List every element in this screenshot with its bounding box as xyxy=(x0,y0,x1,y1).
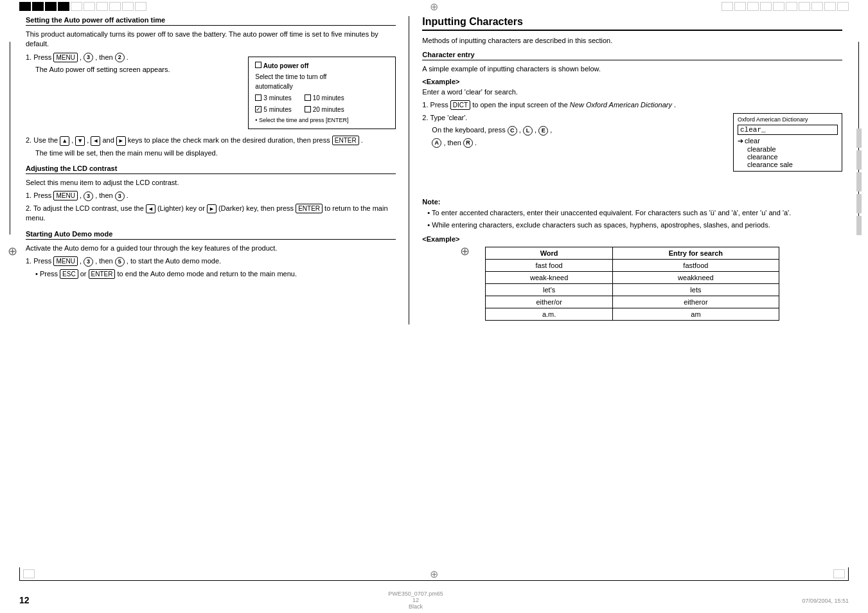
char-step1-italic: New Oxford American Dictionary xyxy=(570,101,672,109)
step1-text-press: Press xyxy=(33,53,53,61)
cell-entry-2: weakkneed xyxy=(612,272,779,284)
char-step1-period: . xyxy=(674,101,676,109)
bar-block-3 xyxy=(45,2,57,11)
step1-then: , then xyxy=(95,53,115,61)
right-column: Inputting Characters Methods of inputtin… xyxy=(409,16,842,324)
lcd-step2-left: ◄ xyxy=(146,204,155,214)
side-tab-4 xyxy=(856,194,862,213)
step2-text1: Use the xyxy=(33,136,60,144)
lcd-step2-text1: To adjust the LCD contrast, use the xyxy=(33,204,146,212)
step1-area: Auto power off Select the time to turn o… xyxy=(26,53,396,134)
page-number: 12 xyxy=(19,595,30,605)
bar-block-r2 xyxy=(734,2,746,11)
auto-demo-step1-key5: 5 xyxy=(115,257,125,267)
side-tabs xyxy=(856,129,862,235)
lcd-step1-period: . xyxy=(127,191,128,199)
cell-entry-3: lets xyxy=(612,284,779,296)
step-2: 2. Use the ▲ , ▼ , ◄ and ► keys to place… xyxy=(26,136,396,145)
key-e: E xyxy=(538,126,548,136)
lcd-contrast-title: Adjusting the LCD contrast xyxy=(26,164,396,174)
apo-title-text: Auto power off xyxy=(263,62,309,69)
bottom-bar-right xyxy=(833,567,849,580)
step2-key-down: ▼ xyxy=(75,136,85,146)
note-title: Note: xyxy=(422,198,842,206)
auto-power-off-section: Setting the Auto power off activation ti… xyxy=(26,16,396,158)
top-bar-right xyxy=(722,0,849,13)
bullet-symbol: • Press xyxy=(35,270,60,278)
example2-label: <Example> xyxy=(422,235,842,243)
example-table: Word Entry for search fast food fastfood xyxy=(485,247,779,321)
cell-entry-1: fastfood xyxy=(612,260,779,272)
final-period: . xyxy=(475,139,477,147)
auto-demo-title: Starting Auto Demo mode xyxy=(26,230,396,240)
bbar-r1 xyxy=(833,569,845,578)
auto-demo-step1: 1. Press MENU , 3 , then 5 , to start th… xyxy=(26,256,396,267)
checkbox-10min xyxy=(305,94,311,101)
bar-block-r7 xyxy=(799,2,810,11)
char-entry-title: Character entry xyxy=(422,51,842,60)
key-c: C xyxy=(508,126,517,136)
lcd-step1-key3: 3 xyxy=(84,191,93,201)
auto-demo-step1-menu: MENU xyxy=(53,256,77,266)
label-10min: 10 minutes xyxy=(313,93,344,103)
step2-number: 2. xyxy=(26,136,33,144)
step2-key-enter: ENTER xyxy=(332,136,359,145)
auto-demo-or: or xyxy=(80,270,89,278)
lcd-contrast-section: Adjusting the LCD contrast Select this m… xyxy=(26,164,396,224)
apo-options-row2: 5 minutes 20 minutes xyxy=(255,105,389,114)
auto-demo-section: Starting Auto Demo mode Activate the Aut… xyxy=(26,230,396,279)
keyboard-press-text: On the keyboard, press xyxy=(432,126,507,134)
dict-item-clearance: clearance xyxy=(738,153,838,161)
apo-option-20min: 20 minutes xyxy=(305,105,344,114)
auto-power-off-title: Setting the Auto power off activation ti… xyxy=(26,16,396,26)
bottom-area: ⊕ 12 PWE350_0707.pm65 12 Black 07/09/200… xyxy=(0,567,868,613)
note-section: Note: To enter accented characters, ente… xyxy=(422,198,842,231)
side-tab-5 xyxy=(856,216,862,235)
key-l: L xyxy=(523,126,533,136)
cell-word-4: either/or xyxy=(486,296,612,308)
lcd-step2-darker: (Darker) key, then press xyxy=(218,204,296,212)
left-margin-crosshair: ⊕ xyxy=(8,244,17,258)
right-margin-crosshair: ⊕ xyxy=(460,244,470,258)
bar-block-r4 xyxy=(760,2,772,11)
lcd-step2-enter: ENTER xyxy=(296,204,323,213)
table-row: let's lets xyxy=(486,284,779,296)
bbar-1 xyxy=(23,569,35,578)
bottom-bar-left xyxy=(19,567,35,580)
bar-block-r10 xyxy=(837,2,849,11)
auto-demo-step1-press: Press xyxy=(33,257,53,265)
step2-key-up: ▲ xyxy=(60,136,69,146)
char-step1-number: 1. xyxy=(422,101,430,109)
auto-demo-step1-number: 1. xyxy=(26,257,33,265)
lcd-step2: 2. To adjust the LCD contrast, use the ◄… xyxy=(26,204,396,224)
apo-option-5min: 5 minutes xyxy=(255,105,291,114)
example-label: <Example> xyxy=(422,78,842,85)
cell-word-1: fast food xyxy=(486,260,612,272)
checkbox-3min xyxy=(255,94,261,101)
apo-option-3min: 3 minutes xyxy=(255,93,291,103)
step1-key-menu: MENU xyxy=(53,53,77,62)
bar-block-r9 xyxy=(824,2,836,11)
char-step1-press: Press xyxy=(430,101,450,109)
cell-entry-5: am xyxy=(612,308,779,321)
bar-block-2 xyxy=(32,2,44,11)
apo-option-10min: 10 minutes xyxy=(305,93,344,103)
step1-number: 1. xyxy=(26,53,33,61)
apo-checkbox xyxy=(255,62,261,68)
key-r: R xyxy=(463,138,473,148)
note-item-2: While entering characters, exclude chara… xyxy=(427,220,842,230)
inputting-chars-intro: Methods of inputting characters are desc… xyxy=(422,36,842,46)
lcd-step1-menu: MENU xyxy=(53,191,77,200)
auto-demo-step1-then: , then xyxy=(95,257,115,265)
char-step1-dict: DICT xyxy=(450,100,470,110)
page: ⊕ xyxy=(0,0,868,613)
table-header-entry: Entry for search xyxy=(612,247,779,260)
auto-demo-bullet: • Press ESC or ENTER to end the Auto dem… xyxy=(35,269,396,279)
key-a: A xyxy=(432,138,441,148)
comma-3: , xyxy=(550,126,552,134)
bar-block-10 xyxy=(135,2,146,11)
bar-block-1 xyxy=(19,2,31,11)
auto-demo-enter: ENTER xyxy=(89,269,116,279)
lcd-step1: 1. Press MENU , 3 , then 3 . xyxy=(26,191,396,201)
auto-demo-end-text: to end the Auto demo mode and return to … xyxy=(118,270,297,278)
